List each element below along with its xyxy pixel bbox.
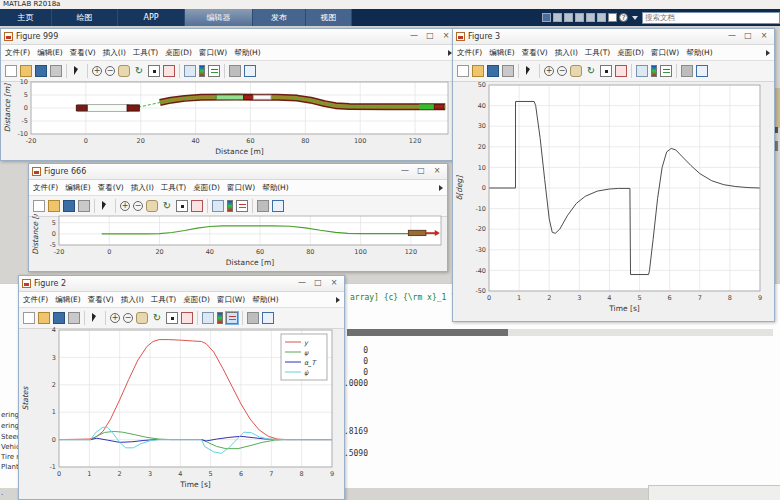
window-titlebar[interactable]: Figure 666—□× [29, 164, 447, 180]
menu-item-6[interactable]: 桌面(D) [193, 183, 220, 193]
cursor-icon[interactable] [71, 65, 83, 77]
ribbon-tab-5[interactable]: 发布 [253, 9, 306, 26]
data-cursor-icon[interactable] [166, 312, 178, 324]
close-button[interactable]: × [327, 278, 341, 289]
menu-item-7[interactable]: 窗口(W) [651, 48, 679, 58]
print-icon[interactable] [68, 312, 80, 324]
link-plot-icon[interactable] [202, 312, 214, 324]
menu-item-1[interactable]: 文件(F) [33, 183, 58, 193]
zoom-in-icon[interactable]: + [110, 313, 120, 323]
menu-item-4[interactable]: 插入(I) [131, 183, 154, 193]
window-icon[interactable] [696, 65, 708, 77]
menu-item-8[interactable]: 帮助(H) [252, 295, 279, 305]
ribbon-tab-4[interactable]: 编辑器 [185, 9, 253, 26]
brush-icon[interactable] [615, 65, 627, 77]
ribbon-tab-6[interactable]: 视图 [306, 9, 352, 26]
new-icon[interactable] [23, 312, 35, 324]
open-icon[interactable] [48, 200, 60, 212]
pan-icon[interactable] [118, 65, 130, 77]
menu-item-3[interactable]: 查看(V) [88, 295, 114, 305]
link-plot-icon[interactable] [184, 65, 196, 77]
data-cursor-icon[interactable] [148, 65, 160, 77]
close-button[interactable]: × [430, 166, 444, 177]
save-icon[interactable] [63, 200, 75, 212]
zoom-in-icon[interactable]: + [120, 201, 130, 211]
open-icon[interactable] [472, 65, 484, 77]
dropdown-icon[interactable] [632, 16, 638, 20]
menu-item-7[interactable]: 窗口(W) [217, 295, 245, 305]
link-plot-icon[interactable] [212, 200, 224, 212]
window-titlebar[interactable]: Figure 3—□× [453, 29, 774, 45]
cursor-icon[interactable] [99, 200, 111, 212]
minimize-button[interactable]: — [295, 278, 309, 289]
pan-icon[interactable] [146, 200, 158, 212]
menu-item-4[interactable]: 插入(I) [103, 48, 126, 58]
menu-item-7[interactable]: 窗口(W) [227, 183, 255, 193]
print-icon[interactable] [50, 65, 62, 77]
rotate-icon[interactable]: ↻ [151, 312, 163, 324]
horizontal-scrollbar[interactable] [347, 329, 773, 336]
cursor-icon[interactable] [523, 65, 535, 77]
new-icon[interactable] [33, 200, 45, 212]
window-icon[interactable] [262, 312, 274, 324]
menu-item-8[interactable]: 帮助(H) [234, 48, 261, 58]
zoom-out-icon[interactable]: − [105, 66, 115, 76]
save-icon[interactable] [53, 312, 65, 324]
maximize-button[interactable]: □ [311, 278, 325, 289]
menu-item-2[interactable]: 编辑(E) [37, 48, 63, 58]
cursor-icon[interactable] [89, 312, 101, 324]
dock-icon[interactable] [247, 312, 259, 324]
copy-icon[interactable] [564, 13, 573, 22]
menu-item-5[interactable]: 工具(T) [151, 295, 176, 305]
legend-icon[interactable] [236, 200, 248, 212]
save-icon[interactable] [542, 13, 551, 22]
redo-icon[interactable] [597, 13, 606, 22]
menu-item-1[interactable]: 文件(F) [23, 295, 48, 305]
menu-item-1[interactable]: 文件(F) [457, 48, 482, 58]
zoom-out-icon[interactable]: − [133, 201, 143, 211]
menu-item-2[interactable]: 编辑(E) [489, 48, 515, 58]
legend-icon[interactable] [660, 65, 672, 77]
menu-item-3[interactable]: 查看(V) [70, 48, 96, 58]
menu-item-2[interactable]: 编辑(E) [65, 183, 91, 193]
legend-icon[interactable] [208, 65, 220, 77]
colorbar-icon[interactable] [651, 65, 657, 77]
new-icon[interactable] [5, 65, 17, 77]
app-titlebar[interactable]: MATLAB R2018a [0, 0, 780, 9]
colorbar-icon[interactable] [199, 65, 205, 77]
zoom-out-icon[interactable]: − [557, 66, 567, 76]
colorbar-icon[interactable] [217, 312, 223, 324]
link-plot-icon[interactable] [636, 65, 648, 77]
menu-item-6[interactable]: 桌面(D) [165, 48, 192, 58]
dock-icon[interactable] [257, 200, 269, 212]
minimize-button[interactable]: — [725, 31, 739, 42]
legend-icon[interactable] [226, 312, 238, 324]
window-icon[interactable] [272, 200, 284, 212]
menu-item-6[interactable]: 桌面(D) [617, 48, 644, 58]
menu-item-8[interactable]: 帮助(H) [262, 183, 289, 193]
close-button[interactable]: × [757, 31, 771, 42]
dock-icon[interactable] [681, 65, 693, 77]
minimize-button[interactable]: — [407, 31, 421, 42]
zoom-in-icon[interactable]: + [92, 66, 102, 76]
save-icon[interactable] [35, 65, 47, 77]
menu-overflow-icon[interactable] [766, 50, 770, 56]
rotate-icon[interactable]: ↻ [133, 65, 145, 77]
print-icon[interactable] [502, 65, 514, 77]
print-icon[interactable] [78, 200, 90, 212]
menu-item-5[interactable]: 工具(T) [161, 183, 186, 193]
ribbon-tab-3[interactable]: APP [118, 9, 185, 26]
open-icon[interactable] [20, 65, 32, 77]
maximize-button[interactable]: □ [414, 166, 428, 177]
scrollbar-thumb[interactable] [347, 329, 508, 336]
menu-item-6[interactable]: 桌面(D) [183, 295, 210, 305]
rotate-icon[interactable]: ↻ [161, 200, 173, 212]
close-button[interactable]: × [439, 31, 453, 42]
pan-icon[interactable] [570, 65, 582, 77]
paste-icon[interactable] [575, 13, 584, 22]
zoom-out-icon[interactable]: − [123, 313, 133, 323]
menu-item-5[interactable]: 工具(T) [133, 48, 158, 58]
menu-item-1[interactable]: 文件(F) [5, 48, 30, 58]
menu-item-3[interactable]: 查看(V) [522, 48, 548, 58]
menu-item-2[interactable]: 编辑(E) [55, 295, 81, 305]
